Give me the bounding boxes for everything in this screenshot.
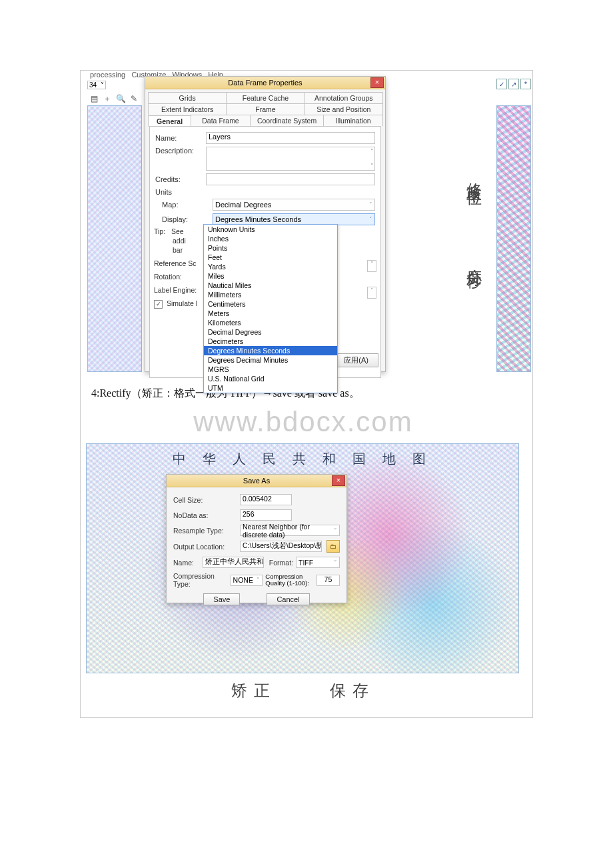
credits-input[interactable] bbox=[206, 173, 375, 185]
edit-icon[interactable]: ✎ bbox=[129, 93, 139, 104]
tab-extent-indicators[interactable]: Extent Indicators bbox=[148, 103, 227, 115]
tab-general[interactable]: General bbox=[148, 115, 191, 127]
simulate-label: Simulate l bbox=[167, 299, 197, 307]
units-option[interactable]: UTM bbox=[204, 383, 337, 393]
units-option[interactable]: MGRS bbox=[204, 365, 337, 374]
compression-quality-input[interactable]: 75 bbox=[316, 575, 340, 586]
units-option[interactable]: Yards bbox=[204, 262, 337, 271]
close-button[interactable]: × bbox=[332, 475, 345, 486]
toolbar: ▤ ＋ 🔍 ✎ bbox=[89, 93, 139, 104]
tab-illumination[interactable]: Illumination bbox=[323, 115, 383, 126]
save-as-dialog: Save As × Cell Size: 0.005402 NoData as:… bbox=[166, 474, 347, 603]
reference-scale-combo-caret[interactable]: ˅ bbox=[367, 260, 376, 272]
figure-save-as: 中 华 人 民 共 和 国 地 图 Save As × Cell Size: 0… bbox=[86, 443, 519, 673]
units-option[interactable]: Nautical Miles bbox=[204, 281, 337, 290]
reference-scale-label: Reference Sc bbox=[154, 259, 207, 268]
label-engine-combo-caret[interactable]: ˅ bbox=[367, 287, 376, 299]
tab-data-frame[interactable]: Data Frame bbox=[191, 115, 251, 126]
saveas-body: Cell Size: 0.005402 NoData as: 256 Resam… bbox=[167, 487, 346, 612]
browse-folder-button[interactable]: 🗀 bbox=[326, 540, 340, 553]
annotation-save: 保存 bbox=[330, 680, 375, 701]
add-data-icon[interactable]: ＋ bbox=[102, 93, 113, 104]
layers-icon[interactable]: ▤ bbox=[89, 93, 99, 104]
tab-size-position[interactable]: Size and Position bbox=[305, 103, 383, 115]
left-truncated-labels: Tip: See addi bar Reference Sc Rotation:… bbox=[154, 227, 207, 309]
format-label: Format: bbox=[267, 559, 293, 567]
units-option[interactable]: Feet bbox=[204, 253, 337, 262]
tip-text-2: addi bbox=[154, 236, 207, 245]
resample-combo[interactable]: Nearest Neighbor (for discrete data) ˅ bbox=[240, 525, 340, 536]
name-input[interactable]: Layers bbox=[206, 132, 375, 144]
tool-star-icon[interactable]: * bbox=[520, 79, 531, 89]
close-button[interactable]: × bbox=[370, 77, 384, 88]
units-option[interactable]: Decimal Degrees bbox=[204, 327, 337, 337]
annotation-rectify: 矫正 bbox=[231, 680, 277, 701]
figure-data-frame-properties: processing Customize Windows Help 34 ˅ ▤… bbox=[87, 71, 519, 371]
units-option[interactable]: U.S. National Grid bbox=[204, 374, 337, 383]
cancel-button[interactable]: Cancel bbox=[267, 593, 309, 605]
units-option[interactable]: Points bbox=[204, 243, 337, 253]
watermark: www.bdocx.com bbox=[87, 406, 519, 438]
tab-feature-cache[interactable]: Feature Cache bbox=[226, 92, 305, 103]
resample-label: Resample Type: bbox=[173, 527, 237, 535]
units-option[interactable]: Degrees Minutes Seconds bbox=[204, 346, 337, 355]
scroll-down-icon[interactable]: ˅ bbox=[370, 163, 374, 169]
saveas-titlebar: Save As × bbox=[167, 475, 346, 487]
dropdown-caret-icon: ˅ bbox=[334, 559, 337, 566]
name-label: Name: bbox=[155, 134, 202, 142]
map-units-combo[interactable]: Decimal Degrees ˅ bbox=[213, 199, 375, 211]
tool-check-icon[interactable]: ✓ bbox=[496, 79, 507, 89]
map-title-banner: 中 华 人 民 共 和 国 地 图 bbox=[86, 450, 519, 466]
find-icon[interactable]: 🔍 bbox=[115, 93, 126, 104]
rotation-label: Rotation: bbox=[154, 272, 207, 281]
scale-combo[interactable]: 34 ˅ bbox=[87, 81, 106, 89]
compression-type-value: NONE bbox=[233, 576, 253, 584]
dropdown-caret-icon: ˅ bbox=[369, 201, 372, 208]
tab-annotation-groups[interactable]: Annotation Groups bbox=[305, 92, 383, 103]
label-engine-label: Label Engine: bbox=[154, 285, 207, 295]
dialog-tabs: Grids Feature Cache Annotation Groups Ex… bbox=[145, 89, 385, 126]
units-option[interactable]: Meters bbox=[204, 309, 337, 318]
save-button[interactable]: Save bbox=[203, 593, 240, 605]
units-option[interactable]: Kilometers bbox=[204, 318, 337, 327]
cell-size-input[interactable]: 0.005402 bbox=[240, 494, 292, 505]
output-location-input[interactable]: C:\Users\浅若\Desktop\新建文件夹\Ne bbox=[240, 541, 322, 552]
display-units-dropdown[interactable]: Unknown UnitsInchesPointsFeetYardsMilesN… bbox=[203, 224, 338, 393]
format-combo[interactable]: TIFF ˅ bbox=[296, 557, 340, 568]
dialog-titlebar: Data Frame Properties × bbox=[145, 77, 385, 89]
tab-frame[interactable]: Frame bbox=[226, 103, 305, 115]
saveas-title: Save As bbox=[243, 477, 270, 485]
units-option[interactable]: Miles bbox=[204, 271, 337, 281]
tip-text-3: bar bbox=[154, 245, 207, 255]
dropdown-caret-icon: ˅ bbox=[334, 527, 337, 534]
compression-type-combo[interactable]: NONE ˅ bbox=[231, 575, 263, 586]
scroll-up-icon[interactable]: ˄ bbox=[370, 148, 374, 155]
tab-coordinate-system[interactable]: Coordinate System bbox=[250, 115, 324, 126]
tool-arrow-icon[interactable]: ↗ bbox=[508, 79, 519, 89]
units-label: Units bbox=[155, 188, 202, 196]
bottom-annotations: 矫正 保存 bbox=[87, 680, 519, 701]
dialog-title: Data Frame Properties bbox=[228, 79, 302, 87]
units-option[interactable]: Centimeters bbox=[204, 299, 337, 309]
apply-button[interactable]: 应用(A) bbox=[334, 353, 378, 367]
simulate-checkbox[interactable]: ✓ bbox=[154, 300, 163, 309]
units-option[interactable]: Unknown Units bbox=[204, 225, 337, 234]
output-location-label: Output Location: bbox=[173, 543, 237, 551]
map-preview-left bbox=[87, 105, 142, 372]
scale-value: 34 bbox=[89, 81, 97, 89]
units-option[interactable]: Millimeters bbox=[204, 290, 337, 299]
saveas-name-input[interactable]: 矫正中华人民共和国 bbox=[203, 557, 264, 568]
units-option[interactable]: Inches bbox=[204, 234, 337, 243]
saveas-name-label: Name: bbox=[173, 559, 200, 567]
cell-size-label: Cell Size: bbox=[173, 496, 237, 504]
display-units-label: Display: bbox=[155, 215, 209, 223]
general-tab-body: Name: Layers Description: ˄ ˅ Credits: bbox=[149, 126, 381, 378]
menu-processing[interactable]: processing bbox=[90, 71, 125, 79]
units-option[interactable]: Degrees Decimal Minutes bbox=[204, 355, 337, 365]
description-textarea[interactable]: ˄ ˅ bbox=[206, 147, 375, 171]
tab-grids[interactable]: Grids bbox=[148, 92, 227, 103]
resample-value: Nearest Neighbor (for discrete data) bbox=[243, 523, 334, 539]
annotation-dms: 度分秒 bbox=[464, 256, 484, 264]
units-option[interactable]: Decimeters bbox=[204, 337, 337, 346]
nodata-input[interactable]: 256 bbox=[240, 509, 292, 521]
